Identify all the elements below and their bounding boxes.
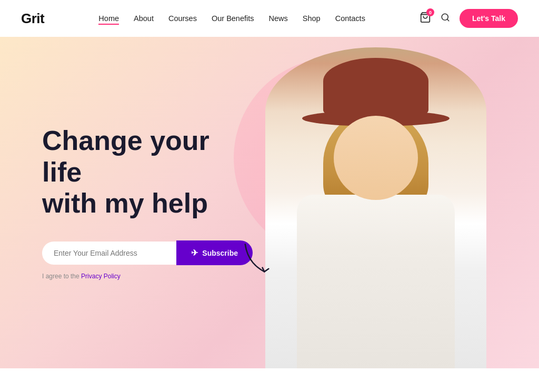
hero-section: Change your life with my help ✈ Subscrib…: [0, 37, 539, 368]
hero-title-line1: Change your life: [42, 125, 209, 187]
dress: [297, 195, 455, 368]
nav-links: Home About Courses Our Benefits News Sho…: [98, 14, 365, 23]
cart-button[interactable]: 0: [420, 12, 431, 25]
nav-link-shop[interactable]: Shop: [303, 14, 321, 23]
privacy-text-prefix: I agree to the: [42, 273, 81, 280]
cart-badge: 0: [426, 8, 434, 16]
face: [334, 116, 418, 200]
subscribe-label: Subscribe: [202, 249, 238, 257]
hero-content: Change your life with my help ✈ Subscrib…: [0, 37, 295, 368]
privacy-policy-link[interactable]: Privacy Policy: [81, 273, 121, 280]
subscribe-form: ✈ Subscribe: [42, 240, 253, 265]
nav-link-courses[interactable]: Courses: [168, 14, 197, 23]
search-button[interactable]: [441, 13, 450, 25]
svg-line-2: [447, 19, 449, 21]
email-input[interactable]: [42, 242, 176, 265]
lets-talk-button[interactable]: Let's Talk: [460, 9, 518, 28]
nav-link-contacts[interactable]: Contacts: [335, 14, 365, 23]
nav-right: 0 Let's Talk: [420, 9, 518, 28]
hero-title: Change your life with my help: [42, 125, 253, 219]
nav-link-home[interactable]: Home: [98, 14, 119, 25]
navbar: Grit Home About Courses Our Benefits New…: [0, 0, 539, 37]
person-figure: [265, 47, 486, 368]
send-icon: ✈: [191, 248, 198, 258]
search-icon: [441, 13, 450, 22]
nav-link-our-benefits[interactable]: Our Benefits: [212, 14, 254, 23]
privacy-notice: I agree to the Privacy Policy: [42, 273, 253, 280]
logo[interactable]: Grit: [21, 11, 44, 27]
bottom-section: THE PRACTICE Grit to select...: [0, 368, 539, 392]
nav-link-about[interactable]: About: [134, 14, 154, 23]
decorative-arrow: [234, 238, 283, 288]
hat-crown: [323, 58, 428, 116]
nav-link-news[interactable]: News: [269, 14, 288, 23]
hero-title-line2: with my help: [42, 188, 208, 218]
